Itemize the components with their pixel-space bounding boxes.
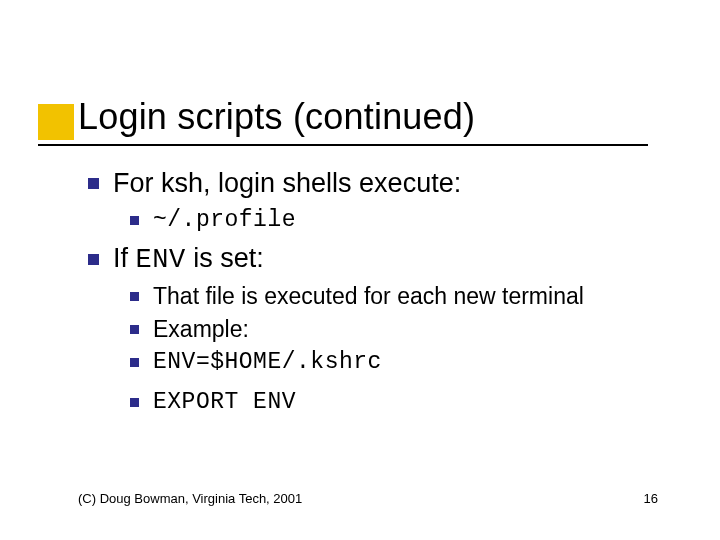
bullet-row: That file is executed for each new termi…: [130, 283, 658, 310]
sublist: That file is executed for each new termi…: [130, 283, 658, 415]
code-text: EXPORT ENV: [153, 389, 296, 415]
bullet-row: Example:: [130, 316, 658, 343]
slide: Login scripts (continued) For ksh, login…: [0, 0, 720, 540]
bullet-lvl1: If ENV is set: That file is executed for…: [88, 243, 658, 415]
copyright-text: (C) Doug Bowman, Virginia Tech, 2001: [78, 491, 302, 506]
code-text: ~/.profile: [153, 207, 296, 233]
bullet-row: ~/.profile: [130, 207, 658, 233]
sublist: ~/.profile: [130, 207, 658, 233]
text-suffix: is set:: [186, 243, 264, 273]
square-bullet-icon: [88, 254, 99, 265]
bullet-row: For ksh, login shells execute:: [88, 168, 658, 199]
bullet-row: ENV=$HOME/.kshrc: [130, 349, 658, 375]
bullet-text: Example:: [153, 316, 249, 343]
title-accent-box: [38, 104, 74, 140]
bullet-text: If ENV is set:: [113, 243, 264, 275]
bullet-text: That file is executed for each new termi…: [153, 283, 584, 310]
bullet-lvl1: For ksh, login shells execute: ~/.profil…: [88, 168, 658, 233]
square-bullet-icon: [88, 178, 99, 189]
slide-title: Login scripts (continued): [78, 96, 475, 138]
text-prefix: If: [113, 243, 136, 273]
code-text: ENV=$HOME/.kshrc: [153, 349, 382, 375]
square-bullet-icon: [130, 216, 139, 225]
title-wrap: Login scripts (continued): [78, 96, 475, 138]
square-bullet-icon: [130, 358, 139, 367]
page-number: 16: [644, 491, 658, 506]
bullet-text: For ksh, login shells execute:: [113, 168, 461, 199]
code-text: ENV: [136, 245, 186, 275]
bullet-row: If ENV is set:: [88, 243, 658, 275]
title-underline: [38, 144, 648, 146]
footer: (C) Doug Bowman, Virginia Tech, 2001 16: [78, 491, 658, 506]
square-bullet-icon: [130, 292, 139, 301]
square-bullet-icon: [130, 325, 139, 334]
bullet-row: EXPORT ENV: [130, 389, 658, 415]
square-bullet-icon: [130, 398, 139, 407]
content-area: For ksh, login shells execute: ~/.profil…: [88, 168, 658, 423]
